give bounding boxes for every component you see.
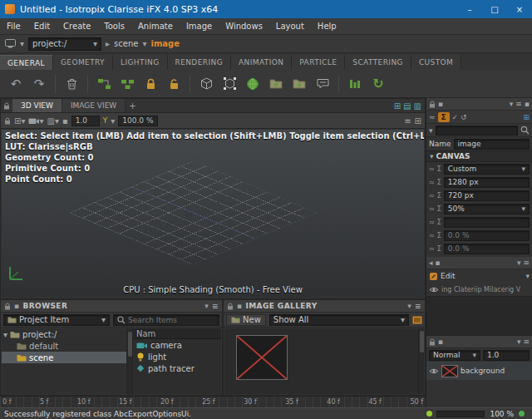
gamma-field[interactable]: 1.0 bbox=[71, 116, 100, 126]
viewport-canvas[interactable]: Select: Select item (LMB) Add item to se… bbox=[2, 130, 424, 298]
unlock-button[interactable] bbox=[163, 73, 185, 95]
curve-toggle-icon[interactable]: ≈ bbox=[429, 179, 435, 186]
tab-lighting[interactable]: LIGHTING bbox=[113, 55, 167, 70]
viewport-lock-icon[interactable] bbox=[4, 117, 11, 125]
list-item-light[interactable]: light bbox=[133, 351, 221, 362]
expander-icon[interactable]: ▾ bbox=[3, 330, 7, 339]
tab-particle[interactable]: PARTICLE bbox=[292, 55, 345, 70]
create-context-button[interactable] bbox=[116, 73, 138, 95]
transform-button[interactable] bbox=[219, 73, 240, 95]
sigma-toggle-icon[interactable]: Σ bbox=[437, 219, 441, 226]
edit-pencil-icon[interactable] bbox=[429, 272, 438, 281]
snap-toggle-icon[interactable]: ▪ bbox=[62, 116, 68, 126]
sigma-toggle-icon[interactable]: Σ bbox=[437, 232, 441, 239]
panel-back-icon[interactable]: ◂ bbox=[429, 259, 433, 267]
opacity-field[interactable]: 1.0 bbox=[483, 350, 530, 361]
curve-toggle-icon[interactable]: ≈ bbox=[429, 165, 435, 173]
panel-pin-icon[interactable]: ▪ bbox=[237, 302, 243, 310]
history-icon[interactable]: ↺ bbox=[461, 113, 467, 121]
menu-animate[interactable]: Animate bbox=[131, 18, 180, 34]
attr-mode-icon[interactable]: ⊞ bbox=[523, 113, 530, 121]
layer-visibility-icon[interactable] bbox=[429, 367, 439, 375]
minimize-button[interactable]: – bbox=[457, 0, 482, 18]
width-field[interactable]: 1280 px bbox=[444, 177, 530, 188]
breadcrumb-current-item[interactable]: image bbox=[150, 39, 180, 48]
import-button[interactable] bbox=[242, 73, 264, 95]
gallery-options-icon[interactable] bbox=[412, 316, 422, 324]
panel-rows-icon[interactable]: ▤ bbox=[403, 101, 411, 111]
layer-row-background[interactable]: background bbox=[426, 362, 532, 380]
tab-scattering[interactable]: SCATTERING bbox=[345, 55, 411, 70]
shading-dropdown[interactable]: ▥▾ bbox=[47, 116, 58, 126]
menu-image[interactable]: Image bbox=[180, 18, 219, 34]
tab-general[interactable]: GENERAL bbox=[0, 55, 53, 70]
panel-close-icon[interactable]: ▪ bbox=[525, 100, 530, 108]
list-column-header-name[interactable]: Nam bbox=[133, 328, 221, 339]
edit-dropdown-icon[interactable]: ▾ bbox=[525, 272, 530, 280]
refresh-button[interactable]: ↻ bbox=[367, 73, 389, 95]
menu-help[interactable]: Help bbox=[311, 18, 343, 34]
curve-mode-icon[interactable]: ≈ bbox=[429, 113, 436, 121]
search-input[interactable] bbox=[128, 316, 186, 324]
panel-menu-icon[interactable]: ≡ bbox=[523, 338, 530, 346]
close-button[interactable]: × bbox=[507, 0, 532, 18]
sigma-toggle-icon[interactable]: Σ bbox=[437, 165, 441, 173]
panel-grid-icon[interactable]: ⊞ bbox=[394, 101, 401, 111]
margin-top-field[interactable]: 0.0 % bbox=[444, 230, 530, 241]
tab-animation[interactable]: ANIMATION bbox=[231, 55, 292, 70]
tab-custom[interactable]: CUSTOM bbox=[411, 55, 461, 70]
apply-check-icon[interactable]: ✓ bbox=[452, 113, 459, 121]
panel-menu-icon[interactable]: ≡ bbox=[515, 100, 522, 108]
panel-lock-icon[interactable] bbox=[227, 303, 234, 310]
new-image-button[interactable]: New bbox=[226, 314, 266, 326]
reference-folder-button[interactable] bbox=[288, 73, 310, 95]
panel-cols-icon[interactable]: ▥ bbox=[414, 101, 421, 111]
curve-toggle-icon[interactable]: ≈ bbox=[429, 205, 435, 213]
camera-dropdown[interactable]: ▾ bbox=[28, 116, 43, 126]
panel-lock-icon[interactable] bbox=[3, 102, 10, 110]
eye-icon[interactable] bbox=[429, 286, 439, 293]
redo-button[interactable]: ↷ bbox=[28, 73, 50, 95]
browser-splitter[interactable] bbox=[126, 328, 133, 394]
add-tab-button[interactable]: + bbox=[129, 101, 135, 111]
name-field[interactable]: image bbox=[454, 139, 530, 150]
context-path-dropdown[interactable]: project:/ ▾ bbox=[28, 37, 101, 51]
margin-bottom-field[interactable]: 0.0 % bbox=[444, 244, 530, 254]
panel-lock-icon[interactable] bbox=[429, 101, 436, 108]
gallery-thumbnail[interactable] bbox=[236, 335, 288, 380]
browser-search-box[interactable] bbox=[113, 314, 219, 326]
curve-toggle-icon[interactable]: ≈ bbox=[429, 232, 435, 239]
sigma-toggle-icon[interactable]: Σ bbox=[437, 192, 441, 200]
menu-layout[interactable]: Layout bbox=[269, 18, 311, 34]
gallery-filter-dropdown[interactable]: Show All ▾ bbox=[269, 314, 409, 326]
panel-menu-icon[interactable]: ≡ bbox=[212, 302, 219, 310]
gallery-scrollbar[interactable] bbox=[418, 328, 424, 394]
panel-lock-icon[interactable] bbox=[429, 338, 436, 346]
empty-field[interactable] bbox=[444, 217, 530, 228]
scene-dropdown-icon[interactable]: ▾ bbox=[142, 39, 146, 48]
list-item-path-tracer[interactable]: path tracer bbox=[133, 362, 221, 374]
tree-item-project[interactable]: ▾ project:/ bbox=[2, 328, 126, 340]
y-axis-icon[interactable]: Y bbox=[103, 116, 108, 125]
edit-label[interactable]: Edit bbox=[441, 272, 455, 280]
menu-create[interactable]: Create bbox=[57, 18, 97, 34]
panel-menu-icon[interactable]: ≡ bbox=[523, 259, 530, 267]
height-field[interactable]: 720 px bbox=[444, 190, 530, 201]
expression-sigma-button[interactable]: Σ bbox=[438, 112, 450, 122]
resolution-preset-dropdown[interactable]: Custom▾ bbox=[444, 164, 530, 175]
filter-dropdown-icon[interactable]: ▾ bbox=[429, 126, 433, 135]
panel-collapse-icon[interactable]: ▾ bbox=[517, 338, 521, 346]
tab-image-view[interactable]: IMAGE VIEW bbox=[62, 99, 126, 112]
panel-menu-icon[interactable]: ≡ bbox=[415, 302, 421, 310]
list-item-camera[interactable]: camera bbox=[133, 339, 221, 351]
panel-collapse-icon[interactable]: ▾ bbox=[517, 259, 521, 267]
sigma-toggle-icon[interactable]: Σ bbox=[437, 205, 441, 213]
breadcrumb-scene[interactable]: scene bbox=[114, 39, 138, 48]
create-node-button[interactable] bbox=[93, 73, 115, 95]
timeline[interactable]: 0 f 5 f 10 f 15 f 20 f 25 f 30 f 35 f 40… bbox=[0, 396, 426, 407]
comment-button[interactable] bbox=[312, 73, 333, 95]
menu-windows[interactable]: Windows bbox=[219, 18, 269, 34]
tab-3d-view[interactable]: 3D VIEW bbox=[12, 99, 62, 112]
panel-pin-icon[interactable]: ▪ bbox=[436, 259, 441, 267]
menu-file[interactable]: File bbox=[0, 18, 27, 34]
